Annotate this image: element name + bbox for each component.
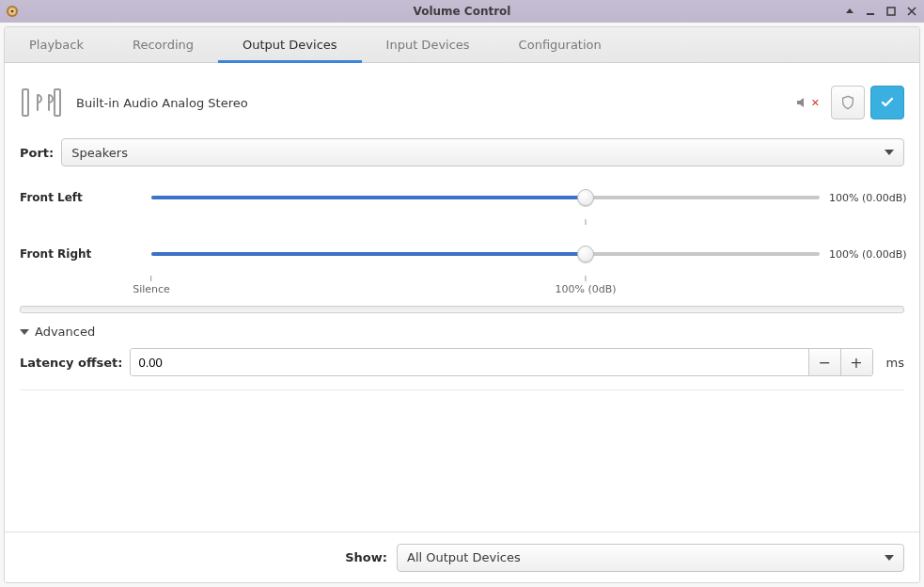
latency-row: Latency offset: − + ms (20, 348, 904, 390)
volume-slider[interactable] (151, 188, 820, 207)
tab-label: Input Devices (386, 38, 470, 52)
svg-rect-4 (887, 8, 895, 15)
close-button[interactable] (905, 5, 918, 18)
latency-increment-button[interactable]: + (840, 349, 872, 375)
port-select[interactable]: Speakers (61, 138, 904, 167)
app-icon (6, 5, 24, 18)
slider-scale (151, 219, 820, 236)
chevron-down-icon (885, 555, 894, 561)
slider-scale: Silence 100% (0dB) (151, 276, 820, 293)
slider-handle[interactable] (577, 189, 594, 206)
rollup-button[interactable] (843, 5, 856, 18)
chevron-down-icon (885, 150, 894, 155)
tab-label: Recording (133, 38, 194, 52)
show-value: All Output Devices (407, 550, 521, 564)
device-name: Built-in Audio Analog Stereo (76, 96, 248, 110)
advanced-label: Advanced (35, 325, 95, 339)
volume-slider[interactable] (151, 245, 820, 263)
tick-0db (586, 219, 587, 227)
output-devices-panel: Built-in Audio Analog Stereo ✕ Port: Spe… (5, 63, 919, 531)
tab-label: Output Devices (243, 38, 337, 52)
channel-label: Front Right (20, 247, 142, 261)
latency-label: Latency offset: (20, 356, 122, 370)
notebook-tabs: Playback Recording Output Devices Input … (5, 27, 919, 63)
tick-silence: Silence (133, 276, 170, 295)
channel-label: Front Left (20, 191, 142, 204)
volume-value: 100% (0.00dB) (829, 248, 904, 261)
svg-rect-3 (867, 13, 874, 15)
tab-configuration[interactable]: Configuration (494, 27, 626, 62)
latency-input[interactable] (131, 349, 807, 375)
port-value: Speakers (71, 146, 128, 160)
tab-recording[interactable]: Recording (108, 27, 218, 62)
tab-playback[interactable]: Playback (5, 27, 108, 62)
tab-output-devices[interactable]: Output Devices (218, 27, 362, 62)
minimize-button[interactable] (864, 5, 877, 18)
slider-front-right: Front Right 100% (0.00dB) (20, 240, 904, 268)
device-header: Built-in Audio Analog Stereo ✕ (20, 84, 904, 121)
chevron-down-icon (20, 329, 29, 335)
svg-rect-6 (55, 89, 60, 116)
set-default-button[interactable] (870, 86, 904, 119)
window-titlebar: Volume Control (0, 0, 924, 23)
slider-handle[interactable] (577, 246, 594, 262)
channel-sliders: Front Left 100% (0.00dB) Front Right 100… (20, 183, 904, 296)
tab-label: Playback (29, 38, 84, 52)
footer-bar: Show: All Output Devices (5, 531, 919, 582)
port-label: Port: (20, 146, 54, 160)
svg-rect-5 (23, 89, 28, 116)
vu-meter (20, 306, 904, 313)
tab-label: Configuration (519, 38, 602, 52)
volume-value: 100% (0.00dB) (829, 192, 904, 204)
window-title: Volume Control (0, 5, 924, 18)
show-label: Show: (345, 550, 387, 564)
slider-front-left: Front Left 100% (0.00dB) (20, 183, 904, 212)
latency-decrement-button[interactable]: − (808, 349, 840, 375)
tick-0db: 100% (0dB) (556, 276, 617, 295)
app-window: Playback Recording Output Devices Input … (4, 26, 920, 583)
tab-input-devices[interactable]: Input Devices (362, 27, 494, 62)
mute-x-icon: ✕ (811, 97, 820, 109)
svg-point-2 (11, 10, 14, 13)
latency-unit: ms (886, 356, 904, 370)
lock-channels-button[interactable] (831, 86, 865, 119)
mute-button[interactable]: ✕ (790, 89, 825, 116)
advanced-expander[interactable]: Advanced (20, 325, 904, 339)
port-row: Port: Speakers (20, 138, 904, 167)
maximize-button[interactable] (885, 5, 898, 18)
latency-spinbox: − + (130, 348, 872, 376)
show-select[interactable]: All Output Devices (397, 544, 904, 572)
sound-card-icon (20, 84, 63, 121)
